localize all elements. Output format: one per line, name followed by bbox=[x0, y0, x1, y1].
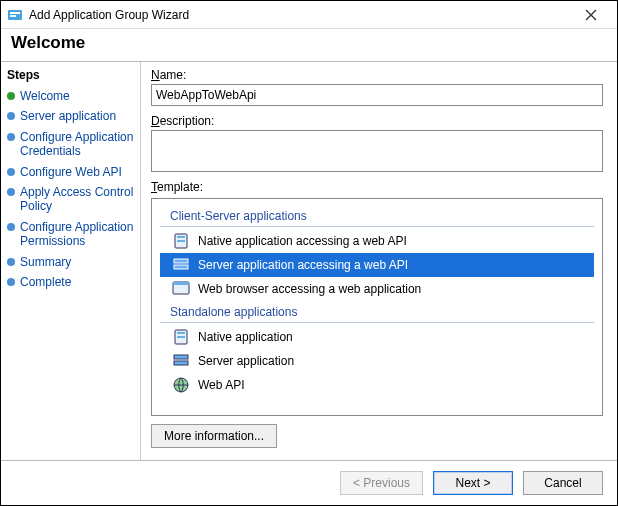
web-api-icon bbox=[172, 376, 190, 394]
template-label: Template: bbox=[151, 180, 603, 194]
step-bullet-icon bbox=[7, 278, 15, 286]
app-icon bbox=[7, 7, 23, 23]
svg-rect-11 bbox=[177, 332, 185, 334]
template-item[interactable]: Native application accessing a web API bbox=[160, 229, 594, 253]
template-item[interactable]: Server application bbox=[160, 349, 594, 373]
step-bullet-icon bbox=[7, 112, 15, 120]
description-label: Description: bbox=[151, 114, 603, 128]
step-summary[interactable]: Summary bbox=[7, 252, 136, 272]
svg-rect-4 bbox=[177, 236, 185, 238]
template-item-label: Native application accessing a web API bbox=[198, 234, 407, 248]
step-label: Configure Web API bbox=[20, 165, 122, 179]
template-item-label: Web browser accessing a web application bbox=[198, 282, 421, 296]
group-standalone: Standalone applications bbox=[160, 303, 594, 323]
footer: < Previous Next > Cancel bbox=[1, 460, 617, 505]
template-item-label: Native application bbox=[198, 330, 293, 344]
step-configure-application-permissions[interactable]: Configure Application Permissions bbox=[7, 217, 136, 252]
svg-rect-12 bbox=[177, 336, 185, 338]
steps-sidebar: Steps WelcomeServer applicationConfigure… bbox=[1, 62, 141, 460]
template-item[interactable]: Server application accessing a web API bbox=[160, 253, 594, 277]
step-apply-access-control-policy[interactable]: Apply Access Control Policy bbox=[7, 182, 136, 217]
step-label: Configure Application Permissions bbox=[20, 220, 136, 249]
svg-rect-13 bbox=[174, 355, 188, 359]
next-button[interactable]: Next > bbox=[433, 471, 513, 495]
step-label: Server application bbox=[20, 109, 116, 123]
step-server-application[interactable]: Server application bbox=[7, 106, 136, 126]
browser-web-icon bbox=[172, 280, 190, 298]
server-web-icon bbox=[172, 256, 190, 274]
svg-rect-6 bbox=[174, 259, 188, 263]
step-bullet-icon bbox=[7, 133, 15, 141]
step-configure-application-credentials[interactable]: Configure Application Credentials bbox=[7, 127, 136, 162]
step-configure-web-api[interactable]: Configure Web API bbox=[7, 162, 136, 182]
native-web-icon bbox=[172, 232, 190, 250]
step-bullet-icon bbox=[7, 168, 15, 176]
step-label: Apply Access Control Policy bbox=[20, 185, 136, 214]
template-item[interactable]: Web API bbox=[160, 373, 594, 397]
svg-rect-7 bbox=[174, 265, 188, 269]
name-label: Name: bbox=[151, 68, 603, 82]
previous-button: < Previous bbox=[340, 471, 423, 495]
banner: Welcome bbox=[1, 29, 617, 62]
wizard-window: Add Application Group Wizard Welcome Ste… bbox=[0, 0, 618, 506]
step-label: Welcome bbox=[20, 89, 70, 103]
step-label: Complete bbox=[20, 275, 71, 289]
step-bullet-icon bbox=[7, 258, 15, 266]
svg-rect-5 bbox=[177, 240, 185, 242]
close-button[interactable] bbox=[571, 3, 611, 27]
native-app-icon bbox=[172, 328, 190, 346]
titlebar: Add Application Group Wizard bbox=[1, 1, 617, 29]
step-complete[interactable]: Complete bbox=[7, 272, 136, 292]
template-item-label: Server application bbox=[198, 354, 294, 368]
close-icon bbox=[585, 9, 597, 21]
step-bullet-icon bbox=[7, 223, 15, 231]
svg-rect-1 bbox=[10, 12, 20, 14]
more-information-button[interactable]: More information... bbox=[151, 424, 277, 448]
template-list[interactable]: Client-Server applications Native applic… bbox=[151, 198, 603, 416]
template-item-label: Server application accessing a web API bbox=[198, 258, 408, 272]
main-panel: Name: Description: Template: Client-Serv… bbox=[141, 62, 617, 460]
step-label: Configure Application Credentials bbox=[20, 130, 136, 159]
svg-rect-9 bbox=[173, 282, 189, 285]
template-item[interactable]: Web browser accessing a web application bbox=[160, 277, 594, 301]
window-title: Add Application Group Wizard bbox=[29, 8, 571, 22]
cancel-button[interactable]: Cancel bbox=[523, 471, 603, 495]
svg-rect-14 bbox=[174, 361, 188, 365]
name-input[interactable] bbox=[151, 84, 603, 106]
group-client-server: Client-Server applications bbox=[160, 207, 594, 227]
steps-heading: Steps bbox=[7, 68, 136, 82]
step-label: Summary bbox=[20, 255, 71, 269]
step-welcome[interactable]: Welcome bbox=[7, 86, 136, 106]
description-input[interactable] bbox=[151, 130, 603, 172]
template-item[interactable]: Native application bbox=[160, 325, 594, 349]
svg-rect-2 bbox=[10, 15, 16, 17]
step-bullet-icon bbox=[7, 188, 15, 196]
step-bullet-icon bbox=[7, 92, 15, 100]
page-heading: Welcome bbox=[11, 33, 607, 53]
server-app-icon bbox=[172, 352, 190, 370]
template-item-label: Web API bbox=[198, 378, 244, 392]
